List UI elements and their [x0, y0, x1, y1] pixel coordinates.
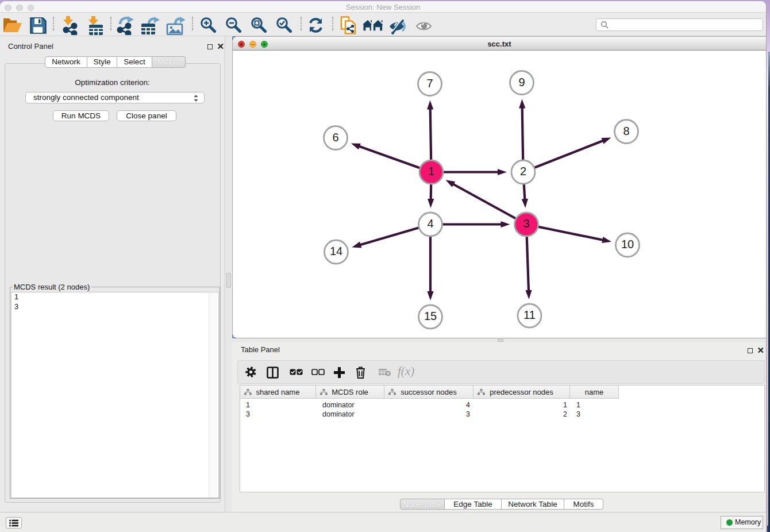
svg-text:9: 9 [518, 76, 525, 88]
svg-text:4: 4 [427, 217, 433, 230]
svg-text:6: 6 [332, 131, 338, 144]
svg-text:2: 2 [520, 165, 526, 178]
svg-text:10: 10 [621, 238, 634, 250]
svg-text:8: 8 [623, 125, 629, 137]
svg-text:15: 15 [424, 310, 437, 322]
svg-text:1: 1 [428, 165, 434, 178]
svg-text:7: 7 [426, 77, 433, 90]
svg-text:3: 3 [523, 217, 529, 230]
svg-text:14: 14 [330, 245, 342, 257]
svg-text:11: 11 [523, 309, 536, 321]
